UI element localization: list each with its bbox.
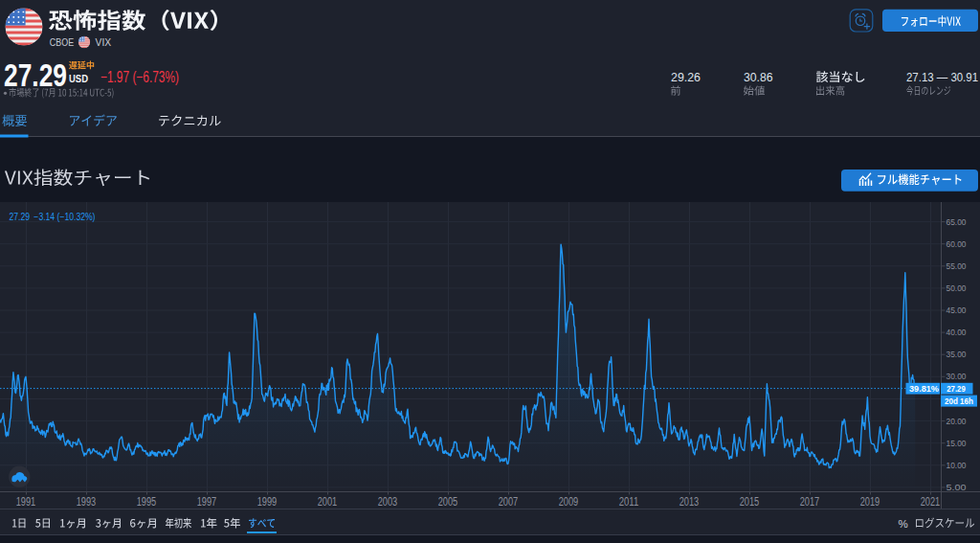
svg-text:2001: 2001	[318, 495, 338, 509]
svg-text:30.86: 30.86	[744, 70, 773, 84]
svg-text:1997: 1997	[197, 495, 217, 509]
svg-text:−1.97 (−6.73%): −1.97 (−6.73%)	[100, 68, 179, 85]
svg-text:40.00: 40.00	[947, 328, 967, 337]
svg-text:2005: 2005	[438, 495, 458, 509]
svg-text:2017: 2017	[800, 495, 820, 509]
svg-text:45.00: 45.00	[947, 305, 967, 315]
svg-text:35.00: 35.00	[947, 350, 967, 359]
svg-text:VIX: VIX	[96, 36, 112, 48]
svg-text:50.00: 50.00	[947, 283, 967, 293]
svg-text:2007: 2007	[499, 495, 519, 509]
svg-text:1999: 1999	[257, 495, 278, 509]
svg-text:27.13 — 30.91: 27.13 — 30.91	[906, 70, 978, 84]
svg-text:2011: 2011	[619, 495, 639, 509]
svg-text:1995: 1995	[137, 495, 157, 509]
svg-text:%: %	[899, 518, 908, 530]
svg-text:27.29: 27.29	[4, 57, 67, 93]
svg-text:30.00: 30.00	[947, 372, 967, 381]
svg-text:2013: 2013	[679, 495, 700, 509]
svg-text:1991: 1991	[16, 495, 36, 509]
svg-text:65.00: 65.00	[947, 217, 967, 227]
svg-text:USD: USD	[69, 73, 88, 84]
svg-text:55.00: 55.00	[947, 261, 967, 271]
svg-text:2021: 2021	[921, 495, 941, 509]
svg-text:5.00: 5.00	[947, 483, 967, 492]
svg-text:20d 16h: 20d 16h	[945, 396, 973, 406]
svg-text:2019: 2019	[860, 495, 880, 509]
svg-text:15.00: 15.00	[947, 439, 967, 448]
svg-text:39.81%: 39.81%	[909, 383, 940, 394]
svg-text:29.26: 29.26	[671, 70, 701, 84]
svg-text:2003: 2003	[378, 495, 398, 509]
svg-text:2015: 2015	[740, 495, 760, 509]
svg-text:10.00: 10.00	[947, 461, 967, 470]
svg-text:27.29: 27.29	[947, 383, 966, 394]
svg-text:60.00: 60.00	[947, 239, 967, 249]
svg-text:20.00: 20.00	[947, 417, 967, 426]
svg-text:27.29 −3.14 (−10.32%): 27.29 −3.14 (−10.32%)	[10, 212, 96, 222]
svg-text:2009: 2009	[559, 495, 579, 509]
svg-text:1993: 1993	[77, 495, 97, 509]
svg-text:CBOE: CBOE	[50, 36, 75, 48]
